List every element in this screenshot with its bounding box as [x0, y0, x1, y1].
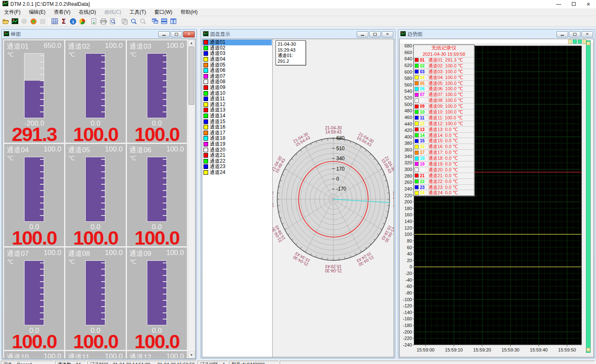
y-axis-label: 220 — [405, 193, 412, 198]
trend-window-titlebar[interactable]: 趋势图 ✕ — [399, 30, 594, 39]
legend-color-swatch — [415, 81, 419, 85]
legend-channel-number: 24 — [420, 191, 427, 195]
bar-close-button[interactable]: ✕ — [183, 31, 195, 37]
menu-tools[interactable]: 工具(T) — [125, 8, 150, 17]
range-max: 100.0 — [44, 352, 62, 358]
info-icon[interactable]: i — [68, 17, 77, 26]
scroll-thumb[interactable] — [189, 47, 194, 105]
cursor-tooltip: 21-04-30 15:29:43 通道01: 291.2 — [276, 40, 306, 65]
gauge-header: 通道07100.0 — [4, 248, 64, 258]
menu-help[interactable]: 帮助(H) — [176, 8, 202, 17]
radial-tick-label: 170 — [336, 166, 345, 172]
unit-label: ℃ — [7, 51, 14, 58]
disc-window-titlebar[interactable]: 圆盘显示 ✕ — [202, 30, 394, 39]
channel-color-swatch — [204, 114, 208, 118]
channel-color-swatch — [204, 153, 208, 158]
close-button[interactable]: × — [586, 2, 590, 7]
legend-color-swatch — [415, 110, 419, 114]
trend-top-scrollbar[interactable] — [400, 39, 594, 44]
zoom-icon[interactable] — [129, 17, 138, 26]
trend-restore-button[interactable] — [569, 31, 581, 37]
scroll-down-button[interactable] — [586, 348, 590, 352]
gauge-header: 通道03100.0 — [127, 40, 187, 51]
trend-minimize-button[interactable] — [556, 31, 568, 37]
trend-vertical-scrollbar[interactable] — [586, 40, 591, 353]
menu-edit[interactable]: 编辑(E) — [25, 8, 50, 17]
bar-gauge-cell: 通道12100.0℃0.0100.0 — [127, 351, 187, 358]
channel-color-swatch — [204, 57, 208, 62]
tooltip-date: 21-04-30 — [278, 42, 304, 47]
minimize-button[interactable]: — — [556, 2, 561, 7]
legend-channel-value: 通道08: 100.0 ℃ — [428, 97, 463, 104]
tile-horizontal-icon[interactable] — [159, 17, 169, 26]
print-preview-icon[interactable] — [108, 17, 117, 26]
cascade-windows-icon[interactable] — [150, 17, 159, 26]
tile-vertical-icon[interactable] — [169, 17, 178, 26]
bar-gauge-cell: 通道11100.0℃0.0100.0 — [65, 351, 125, 358]
y-axis-label: 160 — [405, 212, 412, 217]
bar-gauge-cell: 通道04100.0℃0.0100.0 — [4, 144, 64, 246]
menu-online[interactable]: 在线(O) — [74, 8, 100, 17]
data-table-icon[interactable] — [50, 17, 59, 26]
svg-text:Σ: Σ — [62, 18, 66, 25]
scroll-track-segment[interactable] — [578, 40, 582, 44]
menu-curve[interactable]: 曲线(C) — [100, 8, 126, 17]
menu-window[interactable]: 窗口(W) — [150, 8, 176, 17]
bar-scrollbar[interactable]: ▲ ▼ — [188, 40, 195, 358]
disc-restore-button[interactable] — [369, 31, 381, 37]
disc-close-button[interactable]: ✕ — [382, 31, 393, 37]
polar-chart: 6805103401700-17021-04-3014:59:4321-04-3… — [273, 39, 394, 357]
menu-view[interactable]: 查看(V) — [50, 8, 74, 17]
trend-window-body: 6806606406206005805605405205004804604404… — [399, 39, 594, 357]
trend-close-button[interactable]: ✕ — [581, 31, 593, 37]
x-axis-label: 15:59:20 — [473, 347, 491, 352]
range-max: 100.0 — [105, 42, 123, 51]
bar-window-icon — [4, 31, 9, 37]
channel-color-swatch — [204, 79, 208, 84]
channel-color-swatch — [204, 85, 208, 90]
legend-color-swatch — [415, 75, 419, 79]
legend-channel-value: 通道15: 0.0 ℃ — [428, 138, 458, 144]
open-file-icon[interactable] — [1, 17, 10, 26]
channel-color-swatch — [204, 51, 208, 56]
legend-channel-value: 通道07: 100.0 ℃ — [428, 92, 463, 98]
channel-color-swatch — [204, 91, 208, 96]
zoom-out-icon — [138, 17, 147, 26]
legend-row: 22通道22: 0.0 ℃ — [414, 178, 474, 184]
scroll-left-button[interactable] — [568, 40, 572, 44]
dtm-chart-icon[interactable] — [10, 17, 20, 26]
y-axis-label: -180 — [403, 323, 412, 328]
scroll-down-icon[interactable]: ▼ — [188, 352, 195, 358]
polar-chart-area: 6805103401700-17021-04-3014:59:4321-04-3… — [273, 39, 394, 357]
print-icon[interactable] — [99, 17, 108, 26]
pie-chart-icon[interactable] — [77, 17, 87, 26]
gauge-ticks — [40, 262, 44, 323]
channel-list-item[interactable]: 通道24 — [203, 170, 272, 176]
export-icon[interactable] — [89, 17, 99, 26]
disc-minimize-button[interactable] — [357, 31, 368, 37]
menu-file[interactable]: 文件(F) — [0, 8, 25, 17]
bar-restore-button[interactable] — [171, 31, 182, 37]
bar-minimize-button[interactable] — [158, 31, 170, 37]
scroll-up-icon[interactable]: ▲ — [188, 40, 195, 46]
scroll-up-button[interactable] — [586, 42, 590, 45]
trend-legend: 无纸记录仪 2021-04-30 15:59:58 01通道01: 291.3 … — [413, 45, 474, 196]
legend-color-swatch — [415, 69, 419, 74]
restore-button[interactable] — [572, 2, 576, 7]
scroll-track-segment[interactable] — [573, 40, 577, 44]
copy-icon[interactable] — [120, 17, 129, 26]
channel-color-swatch — [204, 136, 208, 141]
time-axis-label: 21-04-3015:14:43 — [392, 191, 394, 208]
y-axis-label: -80 — [405, 290, 412, 295]
y-axis-label: 20 — [407, 258, 412, 263]
statistics-sigma-icon[interactable]: Σ — [59, 17, 68, 26]
legend-channel-value: 通道23: 0.0 ℃ — [428, 184, 458, 191]
record-icon[interactable] — [29, 17, 38, 26]
window-title: DTM 2.0.1 [C:\DTM 2.0.2\RealData] — [10, 1, 554, 7]
legend-channel-value: 通道18: 0.0 ℃ — [428, 155, 458, 161]
channel-name: 通道09 — [129, 249, 151, 258]
bar-window-titlebar[interactable]: 棒图 ✕ — [2, 30, 196, 39]
gauge-header: 通道01650.0 — [4, 40, 64, 51]
legend-color-swatch — [415, 179, 419, 183]
legend-channel-value: 通道17: 0.0 ℃ — [428, 149, 458, 156]
